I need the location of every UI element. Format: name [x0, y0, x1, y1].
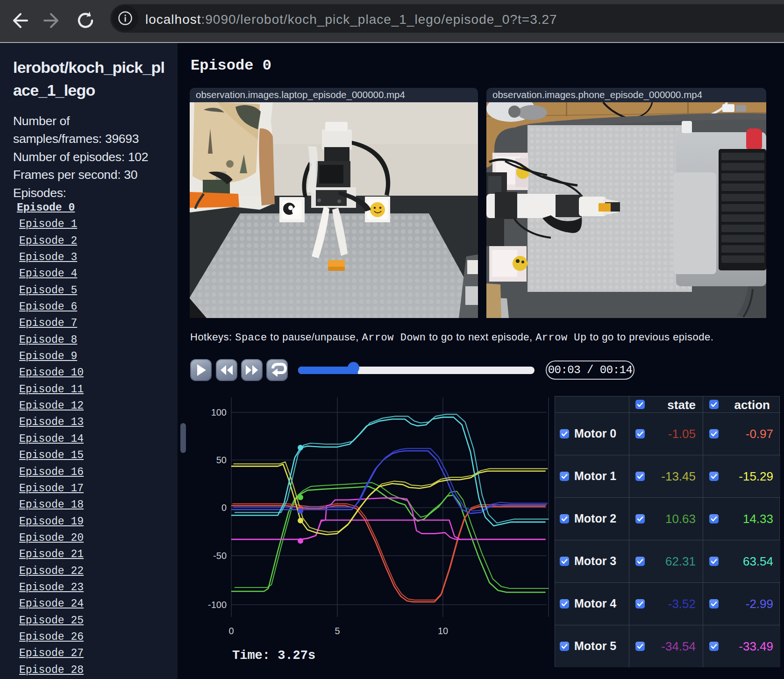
- svg-text:10: 10: [438, 626, 448, 636]
- svg-text:5: 5: [335, 626, 340, 636]
- svg-text:-50: -50: [213, 551, 227, 561]
- svg-text:50: 50: [216, 455, 227, 465]
- svg-text:100: 100: [211, 407, 227, 417]
- svg-text:Time: 3.27s: Time: 3.27s: [232, 649, 315, 663]
- svg-text:0: 0: [228, 626, 234, 636]
- svg-text:0: 0: [221, 502, 227, 513]
- svg-text:-100: -100: [208, 600, 227, 610]
